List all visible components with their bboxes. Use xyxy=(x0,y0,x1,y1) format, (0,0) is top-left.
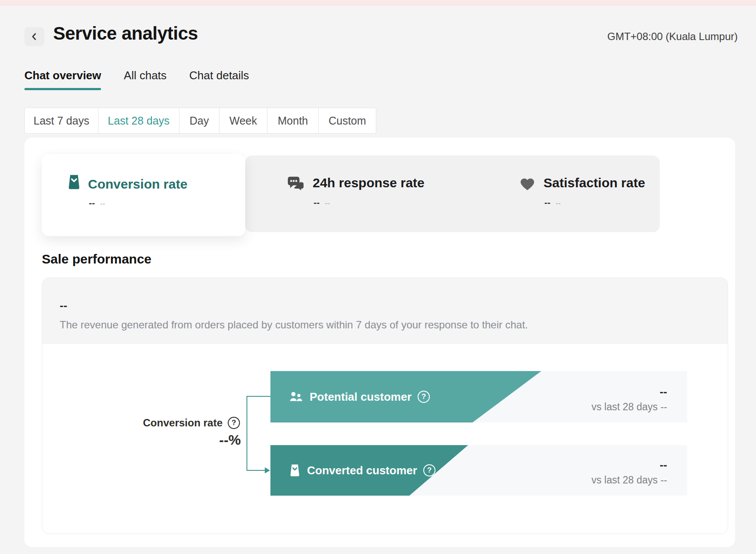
help-icon[interactable] xyxy=(418,391,430,403)
conversion-rate-label: Conversion rate xyxy=(143,417,223,429)
metric-sub-value: -- xyxy=(100,199,105,208)
service-analytics-page: Service analytics GMT+08:00 (Kuala Lumpu… xyxy=(0,0,756,554)
funnel-row-metrics: -- vs last 28 days -- xyxy=(591,458,667,486)
sale-revenue-value: -- xyxy=(60,299,67,312)
filter-last-7-days[interactable]: Last 7 days xyxy=(24,108,98,134)
funnel-bar-label: Potential customer xyxy=(310,390,412,404)
heart-icon xyxy=(519,176,536,193)
filter-week[interactable]: Week xyxy=(219,108,267,134)
funnel-connector-line xyxy=(246,470,266,471)
back-button[interactable] xyxy=(24,27,44,46)
metric-sub-value: -- xyxy=(325,199,330,208)
date-range-filter: Last 7 days Last 28 days Day Week Month … xyxy=(24,108,376,134)
active-tab-underline xyxy=(24,88,101,90)
filter-day[interactable]: Day xyxy=(179,108,219,134)
metric-card-values: -- -- xyxy=(89,198,105,208)
help-icon[interactable] xyxy=(228,417,240,429)
tab-bar: Chat overview All chats Chat details xyxy=(24,69,249,90)
shopping-bag-icon xyxy=(289,463,301,477)
metric-card-values: -- -- xyxy=(314,197,330,208)
people-icon xyxy=(289,391,304,403)
chat-bubbles-icon xyxy=(287,176,306,195)
metric-value: -- xyxy=(544,197,550,208)
sale-revenue-description: The revenue generated from orders placed… xyxy=(60,319,528,331)
funnel-row-metrics: -- vs last 28 days -- xyxy=(591,385,667,413)
metric-card-values: -- -- xyxy=(544,197,560,208)
funnel-row-comparison: vs last 28 days -- xyxy=(591,474,667,486)
funnel-row-value: -- xyxy=(591,458,667,472)
help-icon[interactable] xyxy=(423,464,435,476)
metric-value: -- xyxy=(314,197,320,208)
metric-card-title: Satisfaction rate xyxy=(543,176,645,190)
filter-custom[interactable]: Custom xyxy=(318,108,376,134)
funnel-connector-line xyxy=(246,396,270,397)
metric-card-satisfaction-rate[interactable]: Satisfaction rate -- -- xyxy=(519,172,702,229)
metric-card-24h-response-rate[interactable]: 24h response rate -- -- xyxy=(287,172,469,229)
shopping-bag-icon xyxy=(67,173,81,193)
metric-card-conversion-rate[interactable]: Conversion rate -- -- xyxy=(42,154,245,236)
metric-card-title: 24h response rate xyxy=(313,176,425,190)
funnel-row-comparison: vs last 28 days -- xyxy=(591,401,667,413)
top-notification-strip xyxy=(0,0,756,6)
funnel-bar-label: Converted customer xyxy=(307,464,417,477)
filter-month[interactable]: Month xyxy=(267,108,319,134)
tab-chat-overview[interactable]: Chat overview xyxy=(24,69,101,90)
timezone-label: GMT+08:00 (Kuala Lumpur) xyxy=(608,30,738,43)
page-title: Service analytics xyxy=(53,23,198,44)
conversion-rate-label-row: Conversion rate xyxy=(143,417,240,429)
metric-sub-value: -- xyxy=(556,199,560,208)
funnel-connector-arrow xyxy=(265,467,270,473)
chevron-left-icon xyxy=(29,31,40,42)
conversion-rate-value: --% xyxy=(219,432,241,448)
funnel-connector-line xyxy=(246,396,247,470)
filter-last-28-days[interactable]: Last 28 days xyxy=(98,108,179,134)
sale-performance-header: -- The revenue generated from orders pla… xyxy=(42,278,728,344)
tab-chat-details[interactable]: Chat details xyxy=(189,69,249,90)
tab-all-chats[interactable]: All chats xyxy=(124,69,166,90)
sale-performance-heading: Sale performance xyxy=(42,252,152,267)
funnel-row-value: -- xyxy=(591,385,667,399)
metric-card-title: Conversion rate xyxy=(88,177,187,192)
metric-value: -- xyxy=(89,198,95,208)
